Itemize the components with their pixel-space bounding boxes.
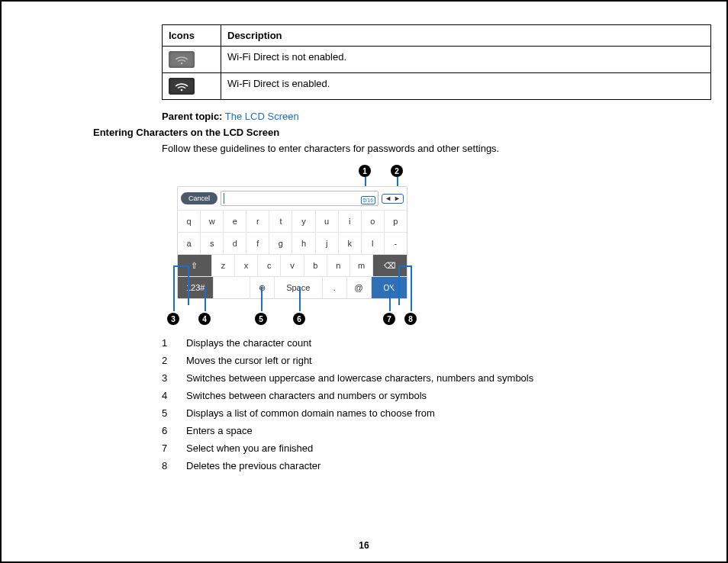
legend-number: 3 [162, 372, 172, 384]
legend-item: 3Switches between uppercase and lowercas… [162, 372, 688, 384]
keyboard-row: ⇧ z x c v b n m ⌫ [178, 255, 407, 277]
table-header-row: Icons Description [163, 25, 711, 47]
text-input[interactable]: 0/16 [221, 191, 378, 206]
icon-description-table: Icons Description Wi-Fi Direct is not en… [162, 24, 711, 100]
parent-topic-label: Parent topic: [162, 111, 222, 122]
section-heading: Entering Characters on the LCD Screen [93, 127, 688, 138]
page-number: 16 [2, 540, 726, 551]
legend-item: 6Enters a space [162, 425, 688, 436]
callout-row-bottom: 3 4 5 6 7 8 [169, 299, 414, 325]
icon-cell [163, 73, 221, 100]
key-letter[interactable]: s [201, 233, 224, 255]
callout-6: 6 [293, 313, 305, 325]
parent-topic: Parent topic: The LCD Screen [162, 111, 688, 122]
legend-text: Displays the character count [186, 337, 311, 349]
key-letter[interactable]: j [316, 233, 339, 255]
callout-4: 4 [198, 313, 211, 325]
keyboard-top-bar: Cancel 0/16 ◄ ► [178, 187, 407, 211]
key-letter[interactable]: - [385, 233, 407, 255]
legend-text: Displays a list of common domain names t… [186, 407, 435, 419]
at-key[interactable]: @ [347, 277, 372, 298]
key-letter[interactable]: m [350, 255, 373, 277]
legend-number: 7 [162, 442, 172, 454]
legend-text: Deletes the previous character [186, 460, 321, 471]
key-letter[interactable]: t [269, 211, 292, 233]
callout-2: 2 [391, 165, 403, 177]
onscreen-keyboard: Cancel 0/16 ◄ ► q w e r t y u [177, 186, 407, 299]
key-letter[interactable]: z [212, 255, 235, 277]
callout-line [398, 265, 411, 267]
key-letter[interactable]: i [339, 211, 362, 233]
table-row: Wi-Fi Direct is not enabled. [163, 47, 711, 73]
cursor-left-icon[interactable]: ◄ [385, 195, 391, 202]
key-letter[interactable]: n [327, 255, 350, 277]
key-letter[interactable]: l [362, 233, 385, 255]
text-caret [224, 193, 224, 204]
keyboard-row: q w e r t y u i o p [178, 211, 407, 233]
legend-item: 4Switches between characters and numbers… [162, 390, 688, 401]
backspace-icon: ⌫ [384, 261, 396, 271]
header-description: Description [221, 25, 711, 47]
callout-3: 3 [167, 313, 179, 325]
key-letter[interactable]: x [235, 255, 258, 277]
legend-text: Switches between characters and numbers … [186, 390, 427, 401]
legend-number: 5 [162, 407, 172, 419]
legend-text: Moves the cursor left or right [186, 355, 312, 366]
key-letter[interactable]: p [385, 211, 407, 233]
key-letter[interactable]: a [178, 233, 201, 255]
callout-8: 8 [404, 313, 417, 325]
legend-item: 1Displays the character count [162, 337, 688, 349]
key-letter[interactable]: b [304, 255, 327, 277]
legend-text: Select when you are finished [186, 442, 313, 454]
key-letter[interactable]: h [292, 233, 315, 255]
shift-icon: ⇧ [191, 261, 198, 271]
key-letter[interactable]: d [224, 233, 246, 255]
legend-list: 1Displays the character count 2Moves the… [162, 337, 688, 471]
legend-number: 1 [162, 337, 172, 349]
blank-key[interactable] [214, 277, 250, 298]
legend-item: 8Deletes the previous character [162, 460, 688, 471]
table-row: Wi-Fi Direct is enabled. [163, 73, 711, 100]
key-letter[interactable]: c [258, 255, 281, 277]
keyboard-rows: q w e r t y u i o p a s d f g h [178, 211, 407, 298]
domain-key[interactable]: ⊕ [250, 277, 275, 298]
key-letter[interactable]: f [246, 233, 269, 255]
legend-number: 6 [162, 425, 172, 436]
key-letter[interactable]: q [178, 211, 201, 233]
icon-cell [163, 47, 221, 73]
description-cell: Wi-Fi Direct is enabled. [221, 73, 711, 100]
keyboard-figure: 1 2 Cancel 0/16 ◄ ► q w [169, 165, 414, 325]
legend-item: 7Select when you are finished [162, 442, 688, 454]
page: Icons Description Wi-Fi Direct is not en… [0, 0, 728, 563]
legend-number: 2 [162, 355, 172, 366]
key-letter[interactable]: v [281, 255, 304, 277]
legend-number: 8 [162, 460, 172, 471]
callout-row-top: 1 2 [169, 165, 414, 186]
callout-1: 1 [359, 165, 371, 177]
callout-7: 7 [383, 313, 395, 325]
cursor-right-icon[interactable]: ► [394, 195, 401, 202]
period-key[interactable]: . [323, 277, 347, 298]
key-letter[interactable]: o [362, 211, 385, 233]
legend-text: Enters a space [186, 425, 253, 436]
key-letter[interactable]: k [339, 233, 362, 255]
legend-item: 2Moves the cursor left or right [162, 355, 688, 366]
key-letter[interactable]: r [246, 211, 269, 233]
cancel-button[interactable]: Cancel [181, 192, 217, 204]
legend-item: 5Displays a list of common domain names … [162, 407, 688, 419]
description-cell: Wi-Fi Direct is not enabled. [221, 47, 711, 73]
key-letter[interactable]: g [269, 233, 292, 255]
keyboard-row: a s d f g h j k l - [178, 233, 407, 255]
key-letter[interactable]: y [292, 211, 315, 233]
callout-line [173, 265, 188, 267]
character-count: 0/16 [361, 196, 376, 204]
legend-number: 4 [162, 390, 172, 401]
key-letter[interactable]: e [224, 211, 246, 233]
callout-5: 5 [255, 313, 267, 325]
key-letter[interactable]: u [316, 211, 339, 233]
parent-topic-link[interactable]: The LCD Screen [225, 111, 299, 122]
keyboard-row: 123# ⊕ Space . @ OK [178, 277, 407, 298]
mode-switch-key[interactable]: 123# [178, 277, 214, 298]
key-letter[interactable]: w [201, 211, 224, 233]
intro-paragraph: Follow these guidelines to enter charact… [162, 143, 688, 154]
